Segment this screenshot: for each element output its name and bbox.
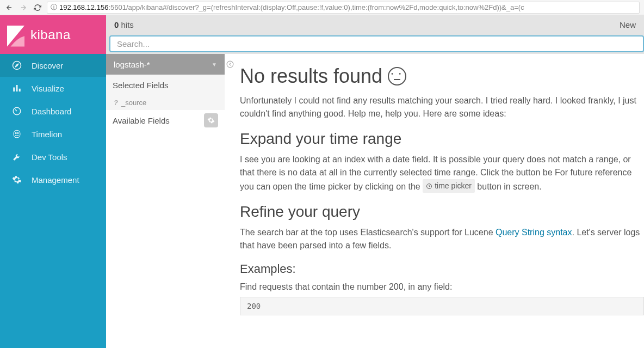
gear-icon (12, 175, 22, 185)
nav-label: Discover (32, 61, 63, 70)
field-type-icon: ? (114, 99, 118, 107)
clock-icon (426, 183, 432, 190)
brand[interactable]: kibana (0, 15, 106, 54)
svg-point-7 (227, 61, 233, 68)
neutral-face-icon (388, 67, 406, 86)
examples-heading: Examples: (240, 262, 644, 276)
bar-chart-icon (12, 83, 22, 93)
caret-down-icon: ▼ (212, 62, 217, 68)
timelion-icon (12, 129, 22, 139)
nav-discover[interactable]: Discover (0, 54, 106, 77)
browser-reload-button[interactable] (33, 3, 42, 13)
index-pattern-picker[interactable]: logstash-* ▼ (106, 54, 225, 75)
content-row: logstash-* ▼ Selected Fields ? _source A… (106, 54, 644, 348)
nav-management[interactable]: Management (0, 168, 106, 191)
expand-time-heading: Expand your time range (240, 130, 644, 148)
fields-panel: logstash-* ▼ Selected Fields ? _source A… (106, 54, 225, 348)
kibana-logo-icon (7, 26, 25, 44)
index-pattern-label: logstash-* (114, 60, 150, 69)
expand-time-text: I see you are looking at an index with a… (240, 153, 644, 193)
nav-devtools[interactable]: Dev Tools (0, 145, 106, 168)
sidebar: kibana Discover Visualize Dashboard Time… (0, 15, 106, 348)
example-code: 200 (240, 297, 644, 315)
collapse-fields-icon[interactable] (226, 60, 234, 69)
results-area: No results found Unfortunately I could n… (225, 54, 644, 348)
nav-label: Dashboard (32, 107, 71, 116)
selected-fields-header: Selected Fields (106, 75, 225, 95)
fields-settings-button[interactable] (204, 113, 218, 127)
search-input[interactable] (109, 35, 644, 52)
browser-url-bar[interactable]: ⓘ 192.168.12.156:5601/app/kibana#/discov… (47, 2, 640, 14)
dashboard-icon (12, 106, 22, 116)
refine-query-text: The search bar at the top uses Elasticse… (240, 226, 644, 252)
no-results-intro: Unfortunately I could not find any resul… (240, 94, 644, 120)
time-picker-chip: time picker (423, 179, 475, 193)
refine-query-heading: Refine your query (240, 203, 644, 221)
topbar: 0 hits New (106, 15, 644, 34)
nav-label: Visualize (32, 84, 64, 93)
info-icon: ⓘ (51, 3, 57, 12)
search-row (106, 34, 644, 54)
svg-rect-4 (16, 85, 18, 91)
browser-chrome: ⓘ 192.168.12.156:5601/app/kibana#/discov… (0, 0, 644, 15)
hits-count: 0 hits (114, 20, 134, 29)
nav: Discover Visualize Dashboard Timelion De… (0, 54, 106, 191)
main: 0 hits New logstash-* ▼ Selected Fields … (106, 15, 644, 348)
nav-label: Management (32, 175, 79, 185)
field-source[interactable]: ? _source (106, 95, 225, 110)
brand-text: kibana (30, 27, 71, 42)
nav-visualize[interactable]: Visualize (0, 77, 106, 100)
nav-timelion[interactable]: Timelion (0, 123, 106, 145)
query-string-syntax-link[interactable]: Query String syntax (496, 228, 572, 237)
url-path: :5601/app/kibana#/discover?_g=(refreshIn… (108, 3, 524, 11)
available-fields-header: Available Fields (106, 110, 225, 131)
nav-label: Dev Tools (32, 152, 67, 162)
example-label: Find requests that contain the number 20… (240, 280, 644, 294)
nav-dashboard[interactable]: Dashboard (0, 100, 106, 123)
browser-forward-button[interactable] (18, 3, 28, 13)
app-container: kibana Discover Visualize Dashboard Time… (0, 15, 644, 348)
compass-icon (12, 60, 22, 70)
nav-label: Timelion (32, 130, 62, 139)
svg-rect-5 (19, 89, 21, 91)
wrench-icon (12, 152, 22, 162)
url-host: 192.168.12.156 (59, 3, 108, 11)
svg-rect-3 (13, 88, 15, 92)
new-link[interactable]: New (620, 20, 636, 29)
field-name: _source (121, 99, 146, 107)
browser-back-button[interactable] (4, 3, 14, 13)
no-results-heading: No results found (240, 65, 644, 88)
svg-marker-2 (15, 64, 18, 67)
